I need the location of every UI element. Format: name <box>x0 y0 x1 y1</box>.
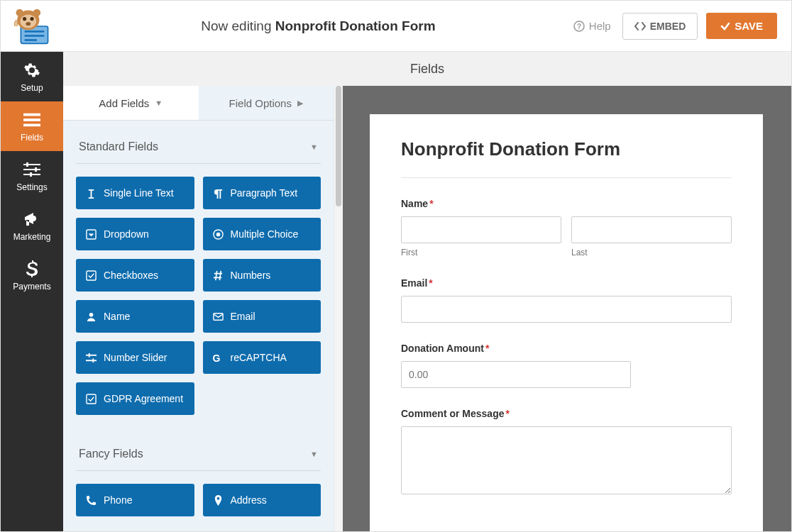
sliders-icon <box>86 353 97 363</box>
field-email[interactable]: Email <box>203 300 321 333</box>
editing-prefix: Now editing <box>201 18 271 33</box>
sidebar-item-settings[interactable]: Settings <box>1 151 63 201</box>
main-area: Setup Fields Settings Marketing Payments <box>1 52 791 531</box>
svg-rect-13 <box>23 113 40 116</box>
field-email-row[interactable]: Email* <box>401 277 732 323</box>
field-single-line-text[interactable]: Single Line Text <box>76 177 194 209</box>
field-gdpr-agreement[interactable]: GDPR Agreement <box>76 382 194 415</box>
svg-rect-25 <box>87 270 96 279</box>
section-standard-fields[interactable]: Standard Fields ▼ <box>76 121 321 164</box>
sidebar-label: Fields <box>21 133 43 143</box>
last-name-input[interactable] <box>571 216 732 243</box>
svg-rect-19 <box>35 167 37 172</box>
embed-label: EMBED <box>650 21 686 32</box>
save-button[interactable]: SAVE <box>706 13 777 39</box>
envelope-icon <box>213 311 224 322</box>
tab-add-fields[interactable]: Add Fields ▼ <box>63 86 199 121</box>
sidebar-item-setup[interactable]: Setup <box>1 52 63 101</box>
svg-rect-32 <box>87 394 96 403</box>
svg-rect-28 <box>86 354 97 355</box>
field-number-slider[interactable]: Number Slider <box>76 341 194 374</box>
svg-rect-27 <box>213 313 222 319</box>
dollar-icon <box>23 260 40 277</box>
section-fancy-fields[interactable]: Fancy Fields ▼ <box>76 428 321 471</box>
svg-rect-14 <box>23 118 40 121</box>
phone-icon <box>86 495 97 506</box>
sidebar-label: Settings <box>16 182 47 192</box>
form-icon <box>23 111 40 128</box>
sidebar-label: Payments <box>13 282 50 292</box>
svg-rect-3 <box>25 39 37 41</box>
field-address[interactable]: Address <box>203 484 321 516</box>
help-label: Help <box>589 20 611 32</box>
field-label: Number Slider <box>104 352 167 363</box>
form-preview-panel: Nonprofit Donation Form Name* First <box>343 86 791 531</box>
field-comment-row[interactable]: Comment or Message* <box>401 408 732 497</box>
field-phone[interactable]: Phone <box>76 484 194 516</box>
tab-field-options[interactable]: Field Options ▶ <box>199 86 334 121</box>
svg-rect-18 <box>23 169 40 170</box>
split-area: Add Fields ▼ Field Options ▶ Standard Fi… <box>63 86 791 531</box>
required-asterisk: * <box>429 277 432 289</box>
panel-title: Fields <box>63 52 791 86</box>
hashtag-icon <box>213 270 224 281</box>
scrollbar-thumb[interactable] <box>336 86 341 206</box>
field-donation-amount-row[interactable]: Donation Amount* <box>401 343 732 388</box>
field-checkboxes[interactable]: Checkboxes <box>76 259 194 292</box>
field-label: Name <box>104 311 130 322</box>
field-paragraph-text[interactable]: Paragraph Text <box>203 177 321 209</box>
fields-panel: Add Fields ▼ Field Options ▶ Standard Fi… <box>63 86 343 531</box>
wpforms-logo <box>12 8 52 45</box>
svg-rect-21 <box>30 172 32 177</box>
field-label: Numbers <box>231 270 271 281</box>
editing-title: Now editing Nonprofit Donation Form <box>63 18 573 34</box>
field-name-row[interactable]: Name* First Last <box>401 198 732 257</box>
field-label: reCAPTCHA <box>231 352 287 363</box>
field-label: Email* <box>401 277 732 289</box>
sublabel-last: Last <box>571 248 732 257</box>
field-name[interactable]: Name <box>76 300 194 333</box>
help-link[interactable]: ? Help <box>573 20 611 32</box>
donation-amount-input[interactable] <box>401 361 631 388</box>
sidebar: Setup Fields Settings Marketing Payments <box>1 52 63 531</box>
check-icon <box>720 21 730 31</box>
embed-button[interactable]: EMBED <box>622 13 698 40</box>
field-multiple-choice[interactable]: Multiple Choice <box>203 218 321 250</box>
svg-text:?: ? <box>577 23 581 31</box>
sidebar-item-payments[interactable]: Payments <box>1 250 63 300</box>
svg-rect-29 <box>89 353 90 357</box>
svg-point-8 <box>26 21 31 25</box>
svg-point-10 <box>33 9 40 16</box>
scrollbar[interactable] <box>334 86 343 531</box>
text-cursor-icon <box>86 188 97 199</box>
field-label: Dropdown <box>104 228 149 240</box>
form-canvas[interactable]: Nonprofit Donation Form Name* First <box>370 114 763 531</box>
gear-icon <box>23 62 40 79</box>
svg-point-5 <box>21 14 37 28</box>
question-circle-icon: ? <box>573 21 585 32</box>
svg-point-24 <box>216 232 220 236</box>
field-recaptcha[interactable]: G reCAPTCHA <box>203 341 321 374</box>
field-label: Single Line Text <box>104 187 174 199</box>
section-label: Standard Fields <box>79 140 158 153</box>
field-dropdown[interactable]: Dropdown <box>76 218 194 250</box>
sidebar-item-marketing[interactable]: Marketing <box>1 201 63 250</box>
svg-rect-31 <box>92 358 94 362</box>
sidebar-label: Marketing <box>13 232 51 242</box>
field-numbers[interactable]: Numbers <box>203 259 321 292</box>
field-label: Comment or Message* <box>401 408 732 419</box>
sidebar-label: Setup <box>21 83 43 93</box>
svg-rect-2 <box>25 35 45 37</box>
field-label: Checkboxes <box>104 270 158 281</box>
panel-tabs: Add Fields ▼ Field Options ▶ <box>63 86 334 121</box>
field-label: Name* <box>401 198 732 209</box>
field-label: Phone <box>104 494 132 506</box>
caret-square-down-icon <box>86 229 97 240</box>
email-input[interactable] <box>401 296 732 323</box>
section-label: Fancy Fields <box>79 448 143 460</box>
svg-rect-15 <box>23 124 40 127</box>
comment-textarea[interactable] <box>401 426 732 494</box>
sidebar-item-fields[interactable]: Fields <box>1 101 63 151</box>
first-name-input[interactable] <box>401 216 561 243</box>
field-label: Email <box>231 311 255 322</box>
